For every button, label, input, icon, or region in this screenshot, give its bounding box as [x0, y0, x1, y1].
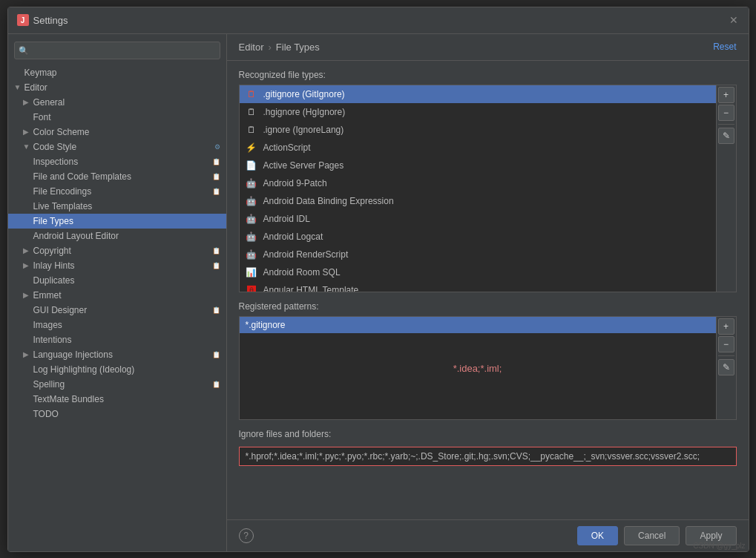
- expand-icon: ▶: [23, 246, 30, 255]
- sidebar-item-color-scheme[interactable]: ▶ Color Scheme: [8, 125, 226, 140]
- cancel-button[interactable]: Cancel: [624, 526, 680, 545]
- sidebar-item-label: Editor: [24, 82, 47, 93]
- edit-file-type-button[interactable]: ✎: [718, 128, 734, 144]
- sidebar-item-inlay-hints[interactable]: ▶ Inlay Hints 📋: [8, 258, 226, 273]
- sidebar-item-todo[interactable]: TODO: [8, 407, 226, 421]
- sidebar: 🔍 Keymap ▼ Editor ▶ General Font ▶: [8, 34, 227, 551]
- list-item-label: Android IDL: [263, 214, 310, 224]
- divider: [718, 355, 734, 356]
- sidebar-item-font[interactable]: Font: [8, 110, 226, 125]
- remove-pattern-button[interactable]: −: [718, 336, 734, 352]
- add-file-type-button[interactable]: +: [718, 87, 734, 103]
- sidebar-item-live-templates[interactable]: Live Templates: [8, 199, 226, 214]
- list-item-label: Android 9-Patch: [263, 178, 327, 188]
- sidebar-item-file-and-code-templates[interactable]: File and Code Templates 📋: [8, 169, 226, 184]
- copy-icon: 📋: [212, 247, 220, 255]
- remove-file-type-button[interactable]: −: [718, 105, 734, 121]
- edit-pattern-button[interactable]: ✎: [718, 359, 734, 375]
- sidebar-item-file-encodings[interactable]: File Encodings 📋: [8, 184, 226, 199]
- sidebar-item-textmate-bundles[interactable]: TextMate Bundles: [8, 392, 226, 407]
- file-type-icon: 🤖: [246, 213, 257, 225]
- file-type-icon: 🤖: [246, 177, 257, 189]
- list-item-label: .ignore (IgnoreLang): [263, 125, 344, 135]
- patterns-side-buttons: + − ✎: [717, 316, 737, 420]
- list-item[interactable]: 🤖 Android Data Binding Expression: [240, 192, 716, 210]
- sidebar-item-inspections[interactable]: Inspections 📋: [8, 154, 226, 169]
- ok-button[interactable]: OK: [577, 526, 618, 545]
- sidebar-item-label: Emmet: [33, 290, 62, 301]
- list-item[interactable]: 🗒 .gitignore (GitIgnore): [240, 85, 716, 103]
- expand-icon: ▶: [23, 261, 30, 269]
- list-item[interactable]: 📄 Active Server Pages: [240, 157, 716, 174]
- list-item[interactable]: 📊 Android Room SQL: [240, 263, 716, 281]
- sidebar-item-images[interactable]: Images: [8, 318, 226, 332]
- expand-icon: ▶: [23, 128, 30, 136]
- close-button[interactable]: ✕: [728, 14, 740, 26]
- sidebar-item-label: Android Layout Editor: [33, 231, 119, 241]
- list-item[interactable]: 🗒 .hgignore (HgIgnore): [240, 103, 716, 121]
- search-icon: 🔍: [19, 45, 29, 55]
- sidebar-item-editor[interactable]: ▼ Editor: [8, 80, 226, 95]
- list-item[interactable]: 🤖 Android 9-Patch: [240, 174, 716, 192]
- watermark: CSDN @gy_plz: [693, 542, 745, 550]
- sidebar-item-label: Language Injections: [33, 349, 113, 360]
- list-item-label: Active Server Pages: [263, 160, 344, 171]
- help-button[interactable]: ?: [239, 528, 254, 543]
- sidebar-item-label: Inlay Hints: [33, 260, 75, 271]
- sidebar-item-spelling[interactable]: Spelling 📋: [8, 377, 226, 392]
- expand-icon: ▼: [23, 142, 30, 151]
- sidebar-item-general[interactable]: ▶ General: [8, 95, 226, 110]
- file-types-list[interactable]: 🗒 .gitignore (GitIgnore) 🗒 .hgignore (Hg…: [239, 85, 717, 292]
- sidebar-item-intentions[interactable]: Intentions: [8, 332, 226, 347]
- ignore-input[interactable]: [239, 447, 737, 466]
- copy-icon: 📋: [212, 262, 220, 269]
- sidebar-item-copyright[interactable]: ▶ Copyright 📋: [8, 243, 226, 258]
- bottom-bar: ? OK Cancel Apply: [227, 519, 749, 551]
- search-input[interactable]: [14, 42, 220, 59]
- list-item-label: Android RenderScript: [263, 249, 349, 260]
- list-item[interactable]: ⚡ ActionScript: [240, 139, 716, 157]
- breadcrumb-separator: ›: [268, 42, 271, 53]
- sidebar-item-label: Font: [33, 112, 51, 122]
- list-item[interactable]: 🗒 .ignore (IgnoreLang): [240, 121, 716, 139]
- pattern-item[interactable]: *.gitignore: [240, 317, 716, 333]
- copy-icon: 📋: [212, 188, 220, 195]
- sidebar-item-label: Intentions: [33, 335, 72, 345]
- breadcrumb-parent: Editor: [239, 42, 264, 53]
- patterns-list-container: *.gitignore *.idea;*.iml; + − ✎: [239, 316, 737, 420]
- sidebar-item-android-layout-editor[interactable]: Android Layout Editor: [8, 229, 226, 243]
- sidebar-item-label: Log Highlighting (Ideolog): [33, 364, 135, 375]
- sidebar-item-gui-designer[interactable]: GUI Designer 📋: [8, 303, 226, 318]
- sidebar-item-label: Images: [33, 320, 62, 330]
- breadcrumb-current: File Types: [276, 42, 320, 53]
- ignore-label: Ignore files and folders:: [239, 429, 737, 439]
- panel-content: Recognized file types: 🗒 .gitignore (Git…: [227, 61, 749, 519]
- sidebar-item-language-injections[interactable]: ▶ Language Injections 📋: [8, 347, 226, 362]
- sidebar-item-code-style[interactable]: ▼ Code Style ⚙: [8, 140, 226, 154]
- copy-icon: ⚙: [214, 143, 220, 151]
- list-item[interactable]: 🤖 Android IDL: [240, 210, 716, 228]
- sidebar-item-label: Spelling: [33, 379, 65, 390]
- list-item[interactable]: 🤖 Android Logcat: [240, 228, 716, 246]
- reset-button[interactable]: Reset: [713, 42, 736, 52]
- sidebar-item-emmet[interactable]: ▶ Emmet: [8, 288, 226, 303]
- list-item[interactable]: 🤖 Android RenderScript: [240, 246, 716, 263]
- sidebar-item-duplicates[interactable]: Duplicates: [8, 273, 226, 288]
- list-item-label: .hgignore (HgIgnore): [263, 107, 346, 117]
- patterns-list[interactable]: *.gitignore *.idea;*.iml;: [239, 316, 717, 420]
- sidebar-item-label: File and Code Templates: [33, 171, 132, 182]
- patterns-empty-text: *.idea;*.iml;: [240, 333, 716, 404]
- sidebar-item-keymap[interactable]: Keymap: [8, 65, 226, 80]
- expand-icon: ▶: [23, 350, 30, 358]
- recognized-section: Recognized file types: 🗒 .gitignore (Git…: [239, 70, 737, 292]
- sidebar-item-label: File Encodings: [33, 186, 92, 197]
- sidebar-item-file-types[interactable]: File Types: [8, 214, 226, 229]
- sidebar-item-log-highlighting[interactable]: Log Highlighting (Ideolog): [8, 362, 226, 377]
- list-item[interactable]: 🅰 Angular HTML Template: [240, 281, 716, 292]
- file-type-icon: 🗒: [246, 106, 257, 118]
- breadcrumb-path: Editor › File Types: [239, 42, 320, 53]
- recognized-label: Recognized file types:: [239, 70, 737, 80]
- file-type-icon: ⚡: [246, 142, 257, 154]
- add-pattern-button[interactable]: +: [718, 318, 734, 335]
- copy-icon: 📋: [212, 306, 220, 314]
